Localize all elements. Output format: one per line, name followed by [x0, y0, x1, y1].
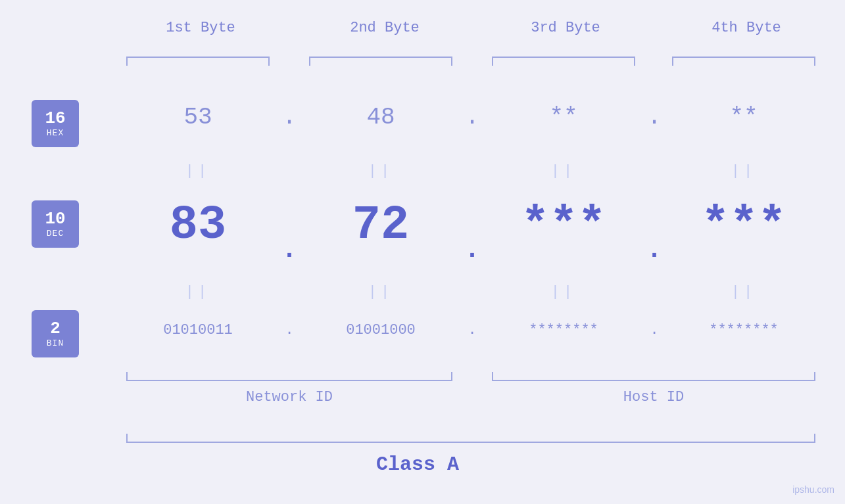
network-id-label: Network ID	[126, 389, 452, 405]
bottom-bracket-network-right	[451, 372, 452, 381]
badge-dec-number: 10	[45, 210, 65, 229]
dec-col4: ***	[672, 198, 815, 252]
hex-col4: **	[672, 104, 815, 131]
badge-bin: 2 BIN	[32, 310, 79, 357]
top-bracket-col3	[492, 57, 635, 58]
badge-bin-number: 2	[50, 319, 60, 338]
dec-col3: ***	[492, 198, 635, 252]
badge-bin-label: BIN	[47, 338, 64, 348]
bin-col1: 01010011	[126, 322, 270, 338]
pipe-dec-col4: ||	[672, 284, 815, 300]
bottom-bracket-network	[126, 380, 452, 381]
dec-col1: 83	[126, 198, 270, 252]
top-bracket-col1-left-tick	[126, 57, 128, 66]
dec-dot34: .	[638, 235, 671, 265]
hex-dot12: .	[273, 104, 306, 131]
dec-dot23: .	[456, 235, 489, 265]
bin-col3: ********	[492, 322, 635, 338]
col1-header: 1st Byte	[112, 20, 289, 36]
top-bracket-col1-right-tick	[268, 57, 270, 66]
col3-header: 3rd Byte	[477, 20, 654, 36]
badge-hex: 16 HEX	[32, 100, 79, 147]
col2-header: 2nd Byte	[296, 20, 473, 36]
host-id-label: Host ID	[492, 389, 815, 405]
badge-hex-number: 16	[45, 109, 65, 128]
bin-col2: 01001000	[309, 322, 452, 338]
top-bracket-col3-right-tick	[634, 57, 635, 66]
hex-col2: 48	[309, 104, 452, 131]
dec-col2: 72	[309, 198, 452, 252]
hex-col3: **	[492, 104, 635, 131]
bin-dot12: .	[273, 322, 306, 338]
bottom-bracket-host-left	[492, 372, 493, 381]
badge-dec-label: DEC	[47, 229, 64, 239]
badge-dec: 10 DEC	[32, 200, 79, 248]
full-bottom-bracket	[126, 442, 815, 443]
pipe-dec-col3: ||	[492, 284, 635, 300]
pipe-dec-col2: ||	[309, 284, 452, 300]
hex-dot34: .	[638, 104, 671, 131]
watermark: ipshu.com	[792, 484, 834, 495]
dec-dot12: .	[273, 235, 306, 265]
full-bracket-right	[814, 434, 815, 443]
top-bracket-col3-left-tick	[492, 57, 493, 66]
bottom-bracket-host-right	[814, 372, 815, 381]
hex-col1: 53	[126, 104, 270, 131]
bin-col4: ********	[672, 322, 815, 338]
top-bracket-col4	[672, 57, 815, 58]
col4-header: 4th Byte	[658, 20, 835, 36]
badge-hex-label: HEX	[47, 128, 64, 138]
hex-dot23: .	[456, 104, 489, 131]
top-bracket-col1	[126, 57, 270, 58]
bottom-bracket-host	[492, 380, 815, 381]
top-bracket-col2-right-tick	[451, 57, 452, 66]
full-bracket-left	[126, 434, 128, 443]
pipe-hex-col3: ||	[492, 163, 635, 179]
bin-dot34: .	[638, 322, 671, 338]
pipe-dec-col1: ||	[126, 284, 270, 300]
pipe-hex-col2: ||	[309, 163, 452, 179]
class-label: Class A	[0, 453, 835, 476]
bottom-bracket-network-left	[126, 372, 128, 381]
top-bracket-col2-left-tick	[309, 57, 310, 66]
bin-dot23: .	[456, 322, 489, 338]
top-bracket-col4-left-tick	[672, 57, 673, 66]
top-bracket-col2	[309, 57, 452, 58]
pipe-hex-col4: ||	[672, 163, 815, 179]
pipe-hex-col1: ||	[126, 163, 270, 179]
main-container: 16 HEX 10 DEC 2 BIN 1st Byte 2nd Byte 3r…	[0, 0, 845, 504]
top-bracket-col4-right-tick	[814, 57, 815, 66]
